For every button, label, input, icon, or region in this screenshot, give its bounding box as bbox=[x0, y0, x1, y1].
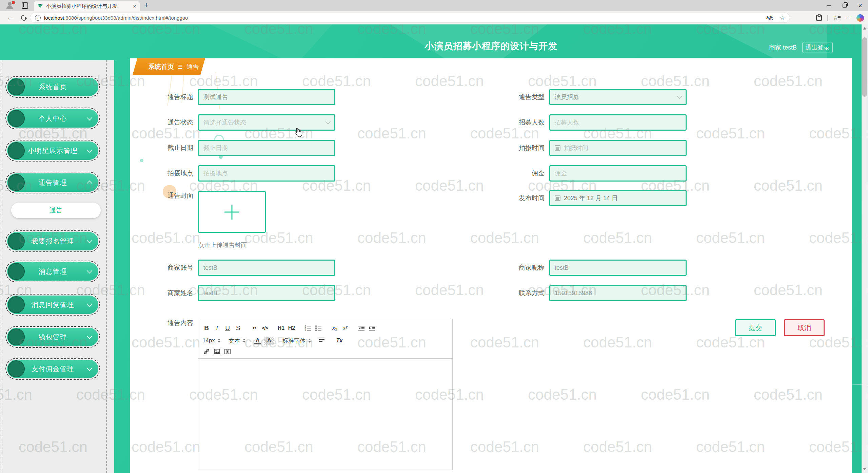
menu-lines-icon bbox=[178, 64, 182, 70]
sidebar-item-message-reply-management[interactable]: 消息回复管理 bbox=[5, 294, 100, 316]
sidebar-item-message-management[interactable]: 消息管理 bbox=[5, 261, 100, 282]
insert-link-button[interactable] bbox=[202, 347, 211, 356]
scroll-up-arrow[interactable] bbox=[863, 27, 866, 30]
copilot-icon[interactable] bbox=[856, 14, 864, 22]
text-color-button[interactable]: A bbox=[254, 337, 262, 345]
field-merchant-name: 商家姓名 testB bbox=[198, 285, 335, 301]
editor-content-area[interactable] bbox=[198, 359, 452, 473]
sidebar-item-signup-management[interactable]: 我要报名管理 bbox=[5, 230, 100, 252]
font-family-select[interactable]: 标准字体 bbox=[282, 337, 311, 345]
shoot-time-input[interactable]: 拍摄时间 bbox=[549, 140, 687, 156]
svg-text:3: 3 bbox=[305, 329, 306, 331]
merchant-nickname-input[interactable]: testB bbox=[549, 260, 687, 276]
reload-button[interactable] bbox=[20, 14, 28, 22]
field-shoot-time: 拍摄时间 拍摄时间 bbox=[549, 140, 687, 156]
insert-video-button[interactable] bbox=[223, 347, 232, 356]
heading1-button[interactable]: H1 bbox=[277, 324, 285, 332]
sidebar-item-commission-management[interactable]: 支付佣金管理 bbox=[5, 358, 100, 380]
code-block-button[interactable]: </> bbox=[261, 324, 269, 332]
breadcrumb-home-link[interactable]: 系统首页 bbox=[148, 62, 174, 71]
align-button[interactable] bbox=[319, 337, 327, 345]
page-title: 小演员招募小程序的设计与开发 bbox=[114, 40, 868, 52]
sidebar-item-notice-management[interactable]: 通告管理 bbox=[5, 172, 100, 193]
font-size-select[interactable]: 14px bbox=[202, 337, 220, 344]
window-minimize-button[interactable] bbox=[821, 0, 837, 11]
notice-content-editor[interactable]: B I U S ” </> H1 H2 123 bbox=[198, 319, 453, 470]
menu-dot-icon bbox=[8, 142, 25, 159]
deadline-input[interactable]: 截止日期 bbox=[198, 140, 335, 156]
site-info-icon[interactable]: i bbox=[35, 15, 41, 21]
merchant-account-input[interactable]: testB bbox=[198, 260, 335, 276]
superscript-button[interactable]: x² bbox=[341, 324, 349, 332]
stepper-arrows-icon bbox=[243, 339, 245, 343]
italic-button[interactable]: I bbox=[213, 324, 221, 332]
merchant-name-input[interactable]: testB bbox=[198, 285, 335, 301]
browser-profile-icon[interactable] bbox=[5, 2, 14, 10]
translate-icon[interactable]: aあ bbox=[766, 15, 774, 21]
tab-close-icon[interactable]: × bbox=[133, 3, 136, 9]
browser-tab[interactable]: 小演员招募小程序的设计与开发 × bbox=[34, 1, 140, 11]
browser-tab-strip: 小演员招募小程序的设计与开发 × + × bbox=[0, 0, 868, 11]
browser-menu-icon[interactable]: ··· bbox=[844, 15, 851, 21]
profile-head-icon bbox=[8, 2, 12, 6]
subscript-button[interactable]: x₂ bbox=[331, 324, 339, 332]
insert-image-button[interactable] bbox=[213, 347, 221, 356]
clear-format-button[interactable]: Tx bbox=[335, 337, 343, 345]
blockquote-button[interactable]: ” bbox=[250, 322, 258, 334]
cancel-button[interactable]: 取消 bbox=[784, 319, 825, 336]
notice-title-input[interactable]: 测试通告 bbox=[198, 89, 335, 105]
bold-button[interactable]: B bbox=[202, 324, 211, 332]
indent-button[interactable] bbox=[368, 324, 376, 332]
outdent-button[interactable] bbox=[357, 324, 366, 332]
sidebar-item-home[interactable]: 系统首页 bbox=[5, 76, 100, 98]
extensions-icon[interactable] bbox=[816, 15, 822, 21]
commission-input[interactable]: 佣金 bbox=[549, 165, 687, 182]
contact-input[interactable]: 15915915988 bbox=[549, 285, 687, 301]
profile-body-icon bbox=[6, 6, 13, 9]
sidebar: 系统首页 个人中心 小明星展示管理 通告管理 通告 bbox=[0, 60, 114, 473]
notice-status-select[interactable]: 请选择通告状态 bbox=[198, 114, 335, 131]
shoot-location-input[interactable]: 拍摄地点 bbox=[198, 165, 335, 182]
sidebar-item-wallet-management[interactable]: 钱包管理 bbox=[5, 326, 100, 348]
field-contact: 联系方式 15915915988 bbox=[549, 285, 687, 301]
sidebar-item-star-display[interactable]: 小明星展示管理 bbox=[5, 140, 100, 162]
chevron-down-icon bbox=[87, 333, 93, 339]
chevron-down-icon bbox=[87, 115, 93, 120]
tab-actions-icon[interactable] bbox=[22, 2, 28, 9]
favorites-icon[interactable]: ☆ bbox=[833, 14, 838, 21]
bookmark-icon[interactable]: ☆ bbox=[780, 14, 785, 21]
submenu-label: 通告 bbox=[50, 206, 62, 215]
bullet-list-button[interactable] bbox=[314, 324, 322, 332]
plus-icon bbox=[224, 205, 239, 220]
scrollbar-thumb[interactable] bbox=[862, 37, 867, 97]
new-tab-button[interactable]: + bbox=[144, 1, 149, 10]
highlight-color-button[interactable]: A bbox=[264, 337, 274, 345]
notice-type-select[interactable]: 演员招募 bbox=[549, 89, 687, 105]
window-restore-button[interactable] bbox=[837, 0, 852, 11]
field-merchant-nickname: 商家昵称 testB bbox=[549, 260, 687, 276]
teal-dot-decoration bbox=[140, 159, 143, 162]
scroll-down-arrow[interactable] bbox=[863, 468, 866, 470]
breadcrumb-current: 通告 bbox=[186, 63, 199, 71]
address-bar[interactable]: i localhost:8080/springboot33d98/admin/d… bbox=[30, 13, 790, 23]
submit-button[interactable]: 提交 bbox=[735, 319, 776, 336]
window-close-button[interactable]: × bbox=[852, 0, 868, 11]
logout-button[interactable]: 退出登录 bbox=[802, 42, 833, 53]
underline-button[interactable]: U bbox=[223, 324, 232, 332]
menu-dot-icon bbox=[8, 110, 25, 127]
recruit-count-input[interactable]: 招募人数 bbox=[549, 114, 687, 131]
sidebar-subitem-notice[interactable]: 通告 bbox=[11, 203, 101, 218]
sidebar-item-personal-center[interactable]: 个人中心 bbox=[5, 108, 100, 129]
cover-upload-box[interactable] bbox=[198, 191, 266, 233]
back-button[interactable]: ← bbox=[7, 14, 14, 22]
ordered-list-button[interactable]: 123 bbox=[304, 324, 312, 332]
chevron-down-icon bbox=[87, 238, 93, 243]
heading2-button[interactable]: H2 bbox=[288, 324, 296, 332]
menu-dot-icon bbox=[8, 360, 25, 377]
publish-time-input[interactable]: 2025 年 12 月 14 日 bbox=[549, 190, 687, 206]
paragraph-style-select[interactable]: 文本 bbox=[229, 337, 245, 345]
menu-dot-icon bbox=[8, 78, 25, 95]
url-text: localhost:8080/springboot33d98/admin/dis… bbox=[44, 15, 188, 21]
page-scrollbar[interactable] bbox=[862, 24, 868, 473]
strikethrough-button[interactable]: S bbox=[234, 324, 242, 332]
